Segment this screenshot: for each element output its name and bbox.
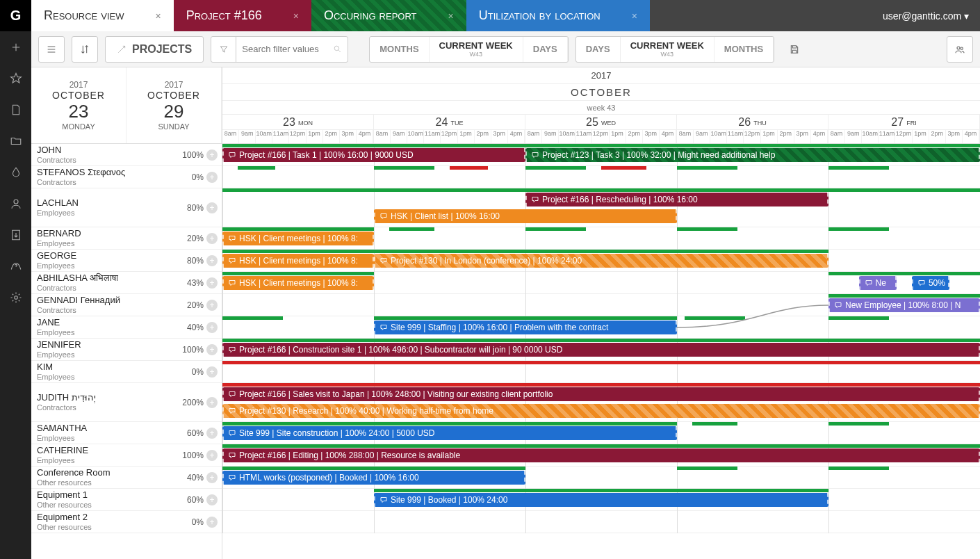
resource-name: Equipment 1 [37, 490, 187, 500]
export-icon[interactable] [0, 219, 31, 250]
resource-row[interactable]: KIMEmployees0%+ [31, 361, 222, 383]
users-button[interactable] [947, 36, 973, 63]
search-input[interactable] [236, 44, 327, 54]
resource-name: JUDITH יְהוּדִית [37, 393, 182, 403]
sidebar: G [0, 0, 31, 559]
resource-group: Contractors [37, 178, 192, 186]
user-menu[interactable]: user@ganttic.com ▾ [872, 0, 980, 31]
tab-occuring-report[interactable]: Occuring report× [311, 0, 466, 31]
help-icon[interactable] [0, 250, 31, 282]
resource-row[interactable]: Equipment 2Other resources0%+ [31, 511, 222, 533]
drop-icon[interactable] [0, 156, 31, 188]
nav-current-week[interactable]: CURRENT WEEKW43 [430, 37, 523, 62]
utilization-pct: 43% [187, 278, 204, 288]
filter-icon[interactable] [211, 37, 236, 62]
close-icon[interactable]: × [156, 10, 161, 22]
add-task-icon[interactable]: + [206, 494, 218, 505]
add-task-icon[interactable]: + [206, 300, 218, 311]
utilization-pct: 40% [187, 323, 204, 332]
add-icon[interactable] [0, 31, 31, 63]
add-task-icon[interactable]: + [206, 202, 218, 213]
resource-group: Employees [37, 434, 187, 442]
resource-row[interactable]: LACHLANEmployees80%+ [31, 188, 222, 227]
resource-row[interactable]: JANEEmployees40%+ [31, 316, 222, 339]
settings-icon[interactable] [0, 282, 31, 313]
close-icon[interactable]: × [632, 10, 637, 22]
resource-name: ABHILASHA अभिलाषा [37, 273, 187, 283]
close-icon[interactable]: × [293, 10, 299, 22]
resource-row[interactable]: Equipment 1Other resources60%+ [31, 489, 222, 511]
folder-icon[interactable] [0, 125, 31, 156]
nav-days-fwd[interactable]: DAYS [576, 37, 621, 62]
resource-row[interactable]: BERNARDEmployees20%+ [31, 227, 222, 250]
header-week: week 43 [222, 101, 980, 115]
add-task-icon[interactable]: + [206, 233, 218, 244]
add-task-icon[interactable]: + [206, 149, 218, 161]
logo[interactable]: G [0, 0, 31, 31]
resource-name: GENNADI Геннадий [37, 295, 187, 305]
nav-days-back[interactable]: DAYS [523, 37, 568, 62]
user-icon[interactable] [0, 188, 31, 219]
day-header[interactable]: 24 tue [374, 115, 525, 130]
date-end-card: 2017OCTOBER29SUNDAY [126, 67, 222, 143]
add-task-icon[interactable]: + [206, 255, 218, 266]
tab-resource-view[interactable]: Resource view× [31, 0, 174, 31]
hour-label: 11am [272, 130, 289, 143]
search-icon[interactable] [327, 44, 348, 54]
resource-row[interactable]: CATHERINEEmployees100%+ [31, 444, 222, 467]
resource-row[interactable]: STEFANOS ΣτεφανοςContractors0%+ [31, 166, 222, 188]
projects-button[interactable]: PROJECTS [105, 36, 204, 63]
add-task-icon[interactable]: + [206, 450, 218, 461]
resource-row[interactable]: GENNADI ГеннадийContractors20%+ [31, 294, 222, 316]
add-task-icon[interactable]: + [206, 172, 218, 183]
resource-row[interactable]: ABHILASHA अभिलाषाContractors43%+ [31, 272, 222, 294]
resource-row[interactable]: SAMANTHAEmployees60%+ [31, 422, 222, 444]
hour-label: 11am [727, 130, 744, 143]
toolbar: PROJECTS MONTHS CURRENT WEEKW43 DAYS DAY… [31, 31, 980, 67]
svg-point-3 [957, 47, 960, 49]
svg-point-4 [961, 47, 963, 49]
nav-months-back[interactable]: MONTHS [370, 37, 429, 62]
sort-button[interactable] [72, 36, 98, 63]
close-icon[interactable]: × [448, 10, 454, 22]
nav-months-fwd[interactable]: MONTHS [714, 37, 774, 62]
resource-group: Contractors [37, 403, 182, 412]
page-icon[interactable] [0, 94, 31, 125]
resource-group: Employees [37, 209, 187, 217]
hour-label: 9am [694, 130, 710, 143]
tab-project-166[interactable]: Project #166× [174, 0, 311, 31]
resource-group: Employees [37, 373, 192, 381]
day-header[interactable]: 25 wed [525, 115, 676, 130]
add-task-icon[interactable]: + [206, 277, 218, 289]
date-start-card: 2017OCTOBER23MONDAY [31, 67, 126, 143]
day-header[interactable]: 27 fri [828, 115, 979, 130]
gantt-grid[interactable]: 2017 OCTOBER week 43 23 mon8am9am10am11a… [222, 67, 980, 559]
resource-name: Conference Room [37, 468, 187, 478]
hour-label: 4pm [660, 130, 676, 143]
add-task-icon[interactable]: + [206, 472, 218, 483]
add-task-icon[interactable]: + [206, 366, 218, 378]
add-task-icon[interactable]: + [206, 428, 218, 439]
star-icon[interactable] [0, 63, 31, 94]
add-task-icon[interactable]: + [206, 344, 218, 355]
nav-current-week-fwd[interactable]: CURRENT WEEKW43 [621, 37, 714, 62]
resource-row[interactable]: JUDITH יְהוּדִיתContractors200%+ [31, 383, 222, 422]
add-task-icon[interactable]: + [206, 517, 218, 528]
hour-label: 2pm [323, 130, 340, 143]
resource-row[interactable]: GEORGEEmployees80%+ [31, 250, 222, 272]
resource-row[interactable]: JENNIFEREmployees100%+ [31, 339, 222, 361]
hour-label: 4pm [963, 130, 979, 143]
add-task-icon[interactable]: + [206, 397, 218, 408]
hour-label: 8am [222, 130, 239, 143]
tab-utilization[interactable]: Utilization by location× [466, 0, 650, 31]
resource-group: Contractors [37, 306, 187, 314]
resource-row[interactable]: JOHNContractors100%+ [31, 144, 222, 166]
resource-group: Employees [37, 328, 187, 337]
save-icon[interactable] [781, 36, 808, 63]
day-header[interactable]: 23 mon [222, 115, 373, 130]
add-task-icon[interactable]: + [206, 322, 218, 333]
header-year: 2017 [222, 67, 980, 84]
day-header[interactable]: 26 thu [677, 115, 828, 130]
resource-row[interactable]: Conference RoomOther resources40%+ [31, 467, 222, 489]
list-view-button[interactable] [38, 36, 65, 63]
